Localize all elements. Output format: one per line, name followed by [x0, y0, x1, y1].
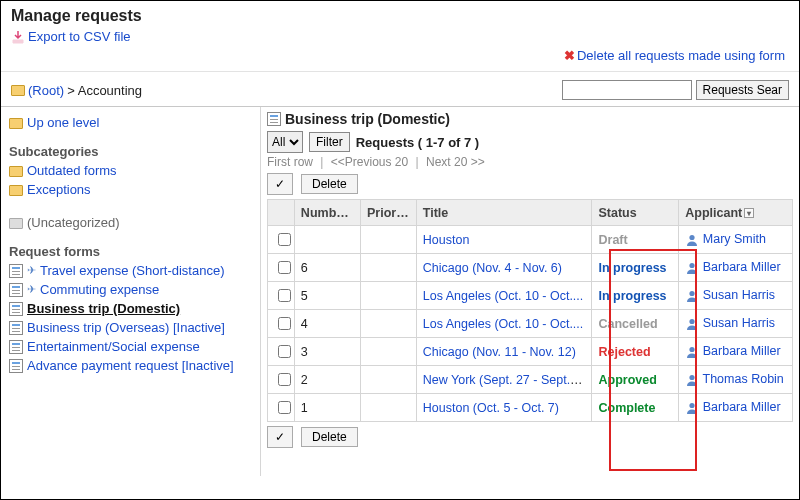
subcategory-exceptions[interactable]: Exceptions	[27, 182, 91, 197]
row-checkbox[interactable]	[278, 345, 291, 358]
uncategorized[interactable]: (Uncategorized)	[27, 215, 120, 230]
page-title: Manage requests	[11, 7, 789, 25]
form-icon	[9, 340, 23, 354]
user-icon	[685, 344, 699, 358]
select-all-top[interactable]: ✓	[267, 173, 293, 195]
delete-all-label: Delete all requests made using form	[577, 48, 785, 63]
row-applicant-link[interactable]: Thomas Robin	[703, 372, 784, 386]
table-row: 3Chicago (Nov. 11 - Nov. 12)Rejected Bar…	[268, 338, 793, 366]
svg-point-3	[690, 319, 695, 324]
search-group: Requests Sear	[562, 80, 789, 100]
row-title-link[interactable]: New York (Sept. 27 - Sept. 30)	[423, 373, 592, 387]
content-title: Business trip (Domestic)	[285, 111, 450, 127]
row-applicant-link[interactable]: Susan Harris	[703, 288, 775, 302]
row-title-link[interactable]: Chicago (Nov. 4 - Nov. 6)	[423, 261, 562, 275]
breadcrumb-sep: >	[67, 83, 75, 98]
form-business-overseas[interactable]: Business trip (Overseas) [Inactive]	[27, 320, 225, 335]
row-applicant-link[interactable]: Barbara Miller	[703, 344, 781, 358]
pager-next: Next 20 >>	[426, 155, 485, 169]
search-input[interactable]	[562, 80, 692, 100]
row-applicant-link[interactable]: Susan Harris	[703, 316, 775, 330]
user-icon	[685, 316, 699, 330]
row-priority	[361, 338, 417, 366]
request-forms-title: Request forms	[9, 244, 252, 259]
svg-point-6	[690, 403, 695, 408]
row-status: Approved	[598, 373, 656, 387]
row-checkbox[interactable]	[278, 261, 291, 274]
row-applicant-link[interactable]: Barbara Miller	[703, 260, 781, 274]
up-one-level[interactable]: Up one level	[27, 115, 99, 130]
pager-prev: <<Previous 20	[331, 155, 408, 169]
row-applicant-link[interactable]: Barbara Miller	[703, 400, 781, 414]
svg-point-1	[690, 263, 695, 268]
row-number: 4	[294, 310, 360, 338]
sort-icon: ▾	[744, 208, 754, 218]
form-icon	[9, 283, 23, 297]
row-status: In progress	[598, 261, 666, 275]
delete-all-link[interactable]: ✖Delete all requests made using form	[564, 48, 785, 63]
svg-point-5	[690, 375, 695, 380]
row-title-link[interactable]: Chicago (Nov. 11 - Nov. 12)	[423, 345, 576, 359]
form-advance-payment[interactable]: Advance payment request [Inactive]	[27, 358, 234, 373]
row-checkbox[interactable]	[278, 289, 291, 302]
table-row: 1Houston (Oct. 5 - Oct. 7)Complete Barba…	[268, 394, 793, 422]
filter-button[interactable]: Filter	[309, 132, 350, 152]
export-csv-link[interactable]: Export to CSV file	[28, 29, 131, 44]
search-button[interactable]: Requests Sear	[696, 80, 789, 100]
table-row: HoustonDraft Mary Smith	[268, 226, 793, 254]
form-entertainment[interactable]: Entertainment/Social expense	[27, 339, 200, 354]
col-title[interactable]: Title	[416, 200, 592, 226]
form-travel-expense[interactable]: Travel expense (Short-distance)	[40, 263, 225, 278]
col-status[interactable]: Status	[592, 200, 679, 226]
row-checkbox[interactable]	[278, 317, 291, 330]
row-number	[294, 226, 360, 254]
select-all-bottom[interactable]: ✓	[267, 426, 293, 448]
row-number: 1	[294, 394, 360, 422]
x-icon: ✖	[564, 48, 575, 63]
table-row: 4Los Angeles (Oct. 10 - Oct....Cancelled…	[268, 310, 793, 338]
form-business-domestic[interactable]: Business trip (Domestic)	[27, 301, 180, 316]
col-number[interactable]: Number▾	[294, 200, 360, 226]
form-commuting[interactable]: Commuting expense	[40, 282, 159, 297]
delete-button-bottom[interactable]: Delete	[301, 427, 358, 447]
row-priority	[361, 394, 417, 422]
status-filter-select[interactable]: All	[267, 131, 303, 153]
download-icon	[11, 30, 25, 44]
row-applicant-link[interactable]: Mary Smith	[703, 232, 766, 246]
row-checkbox[interactable]	[278, 233, 291, 246]
form-icon	[9, 359, 23, 373]
toolbar: (Root) > Accounting Requests Sear	[1, 71, 799, 106]
row-checkbox[interactable]	[278, 401, 291, 414]
row-status: Rejected	[598, 345, 650, 359]
col-priority[interactable]: Priority	[361, 200, 417, 226]
form-icon	[9, 302, 23, 316]
row-title-link[interactable]: Houston (Oct. 5 - Oct. 7)	[423, 401, 559, 415]
row-status: Draft	[598, 233, 627, 247]
breadcrumb-root[interactable]: (Root)	[28, 83, 64, 98]
folder-grey-icon	[9, 218, 23, 229]
row-priority	[361, 366, 417, 394]
row-title-link[interactable]: Los Angeles (Oct. 10 - Oct....	[423, 289, 584, 303]
subcategory-outdated[interactable]: Outdated forms	[27, 163, 117, 178]
row-status: Complete	[598, 401, 655, 415]
folder-icon	[9, 166, 23, 177]
col-applicant[interactable]: Applicant▾	[679, 200, 793, 226]
sidebar: Up one level Subcategories Outdated form…	[1, 107, 261, 476]
row-number: 6	[294, 254, 360, 282]
row-checkbox[interactable]	[278, 373, 291, 386]
row-status: Cancelled	[598, 317, 657, 331]
row-title-link[interactable]: Houston	[423, 233, 470, 247]
table-row: 5Los Angeles (Oct. 10 - Oct....In progre…	[268, 282, 793, 310]
delete-button-top[interactable]: Delete	[301, 174, 358, 194]
row-number: 3	[294, 338, 360, 366]
requests-table: Number▾ Priority Title Status Applicant▾…	[267, 199, 793, 422]
sort-icon: ▾	[350, 208, 360, 218]
row-status: In progress	[598, 289, 666, 303]
breadcrumb-current: Accounting	[78, 83, 142, 98]
row-title-link[interactable]: Los Angeles (Oct. 10 - Oct....	[423, 317, 584, 331]
user-icon	[685, 232, 699, 246]
breadcrumb: (Root) > Accounting	[11, 83, 142, 98]
svg-point-0	[690, 235, 695, 240]
row-number: 2	[294, 366, 360, 394]
form-icon	[9, 321, 23, 335]
